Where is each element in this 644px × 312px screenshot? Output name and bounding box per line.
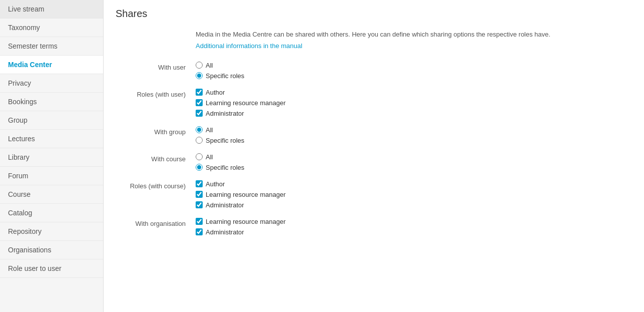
checkbox-org-lrm[interactable] xyxy=(196,218,203,225)
radio-course-specific[interactable] xyxy=(196,164,203,171)
checkbox-org-admin[interactable] xyxy=(196,228,203,235)
sidebar-item-group[interactable]: Group xyxy=(0,111,103,130)
label-user-all[interactable]: All xyxy=(206,62,213,69)
radio-option-group-specific: Specific roles xyxy=(196,137,632,144)
label-course-all[interactable]: All xyxy=(206,153,213,161)
radio-user-all[interactable] xyxy=(196,62,203,69)
with-group-label: With group xyxy=(116,126,196,138)
sidebar-item-taxonomy[interactable]: Taxonomy xyxy=(0,19,103,37)
with-group-controls: AllSpecific roles xyxy=(196,126,632,144)
sidebar-item-media-center[interactable]: Media Center xyxy=(0,56,103,74)
checkbox-option-rwc-author: Author xyxy=(196,180,632,188)
label-org-admin[interactable]: Administrator xyxy=(206,228,244,236)
sidebar-item-live-stream[interactable]: Live stream xyxy=(0,0,103,19)
checkbox-rwu-lrm[interactable] xyxy=(196,99,203,106)
checkbox-option-rwu-author: Author xyxy=(196,89,632,96)
label-course-specific[interactable]: Specific roles xyxy=(206,164,244,171)
radio-user-specific[interactable] xyxy=(196,72,203,79)
with-org-controls: Learning resource managerAdministrator xyxy=(196,218,632,236)
with-group-row: With group AllSpecific roles xyxy=(116,126,632,144)
with-course-row: With course AllSpecific roles xyxy=(116,153,632,171)
checkbox-option-org-admin: Administrator xyxy=(196,228,632,236)
sidebar: Live streamTaxonomySemester termsMedia C… xyxy=(0,0,104,312)
roles-with-course-label: Roles (with course) xyxy=(116,180,196,192)
sidebar-item-library[interactable]: Library xyxy=(0,148,103,167)
checkbox-option-org-lrm: Learning resource manager xyxy=(196,218,632,225)
radio-course-all[interactable] xyxy=(196,153,203,160)
checkbox-option-rwu-admin: Administrator xyxy=(196,110,632,117)
radio-group-all[interactable] xyxy=(196,126,203,133)
info-block: Media in the Media Centre can be shared … xyxy=(196,30,632,50)
label-rwu-lrm[interactable]: Learning resource manager xyxy=(206,99,286,107)
checkbox-rwc-lrm[interactable] xyxy=(196,191,203,198)
checkbox-option-rwc-lrm: Learning resource manager xyxy=(196,191,632,198)
label-rwu-admin[interactable]: Administrator xyxy=(206,110,244,117)
sidebar-item-role-user-to-user[interactable]: Role user to user xyxy=(0,259,103,278)
roles-with-user-row: Roles (with user) AuthorLearning resourc… xyxy=(116,89,632,117)
sidebar-item-course[interactable]: Course xyxy=(0,185,103,204)
label-rwc-lrm[interactable]: Learning resource manager xyxy=(206,191,286,198)
radio-option-user-specific: Specific roles xyxy=(196,72,632,80)
label-rwu-author[interactable]: Author xyxy=(206,89,225,96)
with-user-row: With user AllSpecific roles xyxy=(116,62,632,80)
checkbox-rwc-admin[interactable] xyxy=(196,201,203,208)
roles-with-user-label: Roles (with user) xyxy=(116,89,196,100)
checkbox-rwu-admin[interactable] xyxy=(196,110,203,117)
radio-group-specific[interactable] xyxy=(196,137,203,144)
sidebar-item-privacy[interactable]: Privacy xyxy=(0,74,103,93)
checkbox-option-rwc-admin: Administrator xyxy=(196,201,632,209)
sidebar-item-catalog[interactable]: Catalog xyxy=(0,204,103,222)
with-course-label: With course xyxy=(116,153,196,165)
sidebar-item-lectures[interactable]: Lectures xyxy=(0,130,103,148)
sidebar-item-forum[interactable]: Forum xyxy=(0,167,103,185)
label-rwc-admin[interactable]: Administrator xyxy=(206,201,244,209)
label-group-specific[interactable]: Specific roles xyxy=(206,137,244,144)
label-org-lrm[interactable]: Learning resource manager xyxy=(206,218,286,225)
label-group-all[interactable]: All xyxy=(206,126,213,134)
info-text: Media in the Media Centre can be shared … xyxy=(196,30,632,40)
with-course-controls: AllSpecific roles xyxy=(196,153,632,171)
with-user-controls: AllSpecific roles xyxy=(196,62,632,80)
main-content: Shares Media in the Media Centre can be … xyxy=(104,0,644,312)
roles-with-course-row: Roles (with course) AuthorLearning resou… xyxy=(116,180,632,209)
checkbox-rwc-author[interactable] xyxy=(196,180,203,187)
roles-with-course-controls: AuthorLearning resource managerAdministr… xyxy=(196,180,632,209)
with-org-label: With organisation xyxy=(116,218,196,229)
page-title: Shares xyxy=(116,8,632,20)
radio-option-course-specific: Specific roles xyxy=(196,164,632,171)
label-rwc-author[interactable]: Author xyxy=(206,180,225,188)
roles-with-user-controls: AuthorLearning resource managerAdministr… xyxy=(196,89,632,117)
with-user-label: With user xyxy=(116,62,196,73)
sidebar-item-repository[interactable]: Repository xyxy=(0,222,103,241)
sidebar-item-bookings[interactable]: Bookings xyxy=(0,93,103,111)
sidebar-item-semester-terms[interactable]: Semester terms xyxy=(0,37,103,56)
checkbox-rwu-author[interactable] xyxy=(196,89,203,96)
radio-option-course-all: All xyxy=(196,153,632,161)
checkbox-option-rwu-lrm: Learning resource manager xyxy=(196,99,632,107)
sidebar-item-organisations[interactable]: Organisations xyxy=(0,241,103,259)
radio-option-user-all: All xyxy=(196,62,632,69)
info-link[interactable]: Additional informations in the manual xyxy=(196,42,302,50)
label-user-specific[interactable]: Specific roles xyxy=(206,72,244,80)
radio-option-group-all: All xyxy=(196,126,632,134)
with-org-row: With organisation Learning resource mana… xyxy=(116,218,632,236)
